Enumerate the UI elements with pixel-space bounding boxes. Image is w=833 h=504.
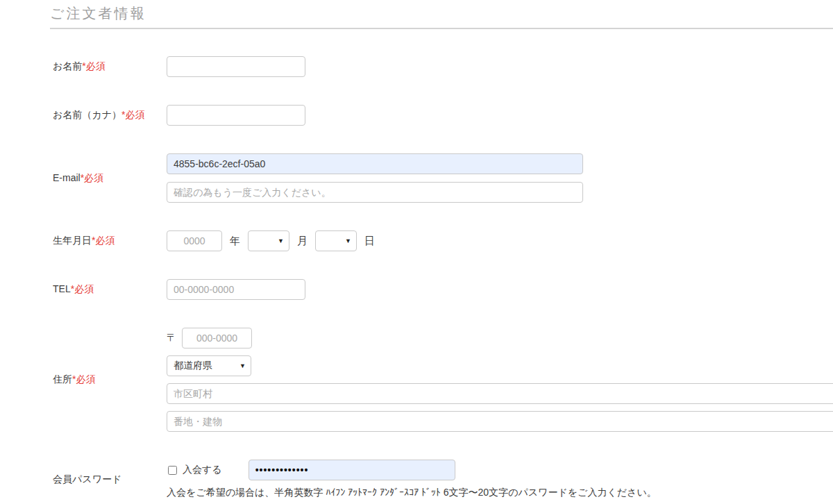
password-help-text: 入会をご希望の場合は、半角英数字 ﾊｲﾌﾝ ｱｯﾄﾏｰｸ ｱﾝﾀﾞｰｽｺｱ ﾄﾞ… [167, 487, 657, 499]
prefecture-select[interactable]: 都道府県 ▼ [167, 355, 251, 376]
postal-code-input[interactable] [182, 328, 252, 348]
kana-row: お名前（カナ）*必須 [50, 105, 833, 126]
email-confirm-input[interactable] [167, 182, 583, 203]
email-row: E-mail*必須 [50, 153, 833, 203]
kana-label-text: お名前（カナ） [53, 109, 121, 120]
chevron-down-icon: ▼ [239, 362, 246, 369]
tel-label: TEL*必須 [50, 283, 167, 296]
tel-row: TEL*必須 [50, 279, 833, 300]
tel-required-badge: *必須 [71, 283, 94, 294]
birth-month-select[interactable]: ▼ [248, 230, 289, 251]
member-password-row: 会員パスワード 入会する 入会をご希望の場合は、半角英数字 ﾊｲﾌﾝ ｱｯﾄﾏｰ… [50, 460, 833, 499]
email-input[interactable] [167, 153, 583, 174]
orderer-info-section: ご注文者情報 お名前*必須 お名前（カナ）*必須 E-mail*必須 [0, 0, 833, 499]
birth-day-select[interactable]: ▼ [315, 230, 357, 251]
building-line [167, 411, 833, 432]
address-fields: 〒 都道府県 ▼ [167, 328, 833, 432]
chevron-down-icon: ▼ [278, 237, 284, 244]
address-label-text: 住所 [53, 373, 72, 385]
join-checkbox[interactable] [168, 466, 177, 475]
member-password-input[interactable] [249, 460, 455, 480]
address-row: 住所*必須 〒 都道府県 ▼ [50, 328, 833, 432]
tel-input[interactable] [167, 279, 305, 300]
city-input[interactable] [167, 383, 833, 404]
postal-mark: 〒 [167, 332, 176, 344]
name-required-badge: *必須 [82, 60, 105, 72]
year-unit-label: 年 [230, 235, 240, 248]
birthday-row: 生年月日*必須 年 ▼ 月 ▼ 日 [50, 230, 833, 251]
join-checkbox-label: 入会する [183, 464, 222, 476]
birthday-label-text: 生年月日 [53, 235, 92, 246]
name-row: お名前*必須 [50, 56, 833, 77]
address-label: 住所*必須 [50, 373, 167, 386]
chevron-down-icon: ▼ [345, 237, 351, 244]
building-input[interactable] [167, 411, 833, 432]
prefecture-line: 都道府県 ▼ [167, 355, 833, 376]
orderer-form: お名前*必須 お名前（カナ）*必須 E-mail*必須 生年月日*必須 [50, 29, 833, 499]
kana-required-badge: *必須 [121, 109, 144, 120]
city-line [167, 383, 833, 404]
join-line: 入会する [167, 460, 657, 480]
email-inputs [167, 153, 583, 203]
member-password-label: 会員パスワード [50, 473, 167, 486]
kana-input[interactable] [167, 105, 305, 126]
birthday-fields: 年 ▼ 月 ▼ 日 [167, 230, 375, 251]
email-label-text: E-mail [53, 172, 81, 183]
name-label-text: お名前 [53, 60, 82, 72]
name-input[interactable] [167, 56, 305, 77]
tel-label-text: TEL [53, 283, 71, 294]
member-password-fields: 入会する 入会をご希望の場合は、半角英数字 ﾊｲﾌﾝ ｱｯﾄﾏｰｸ ｱﾝﾀﾞｰｽ… [167, 460, 657, 499]
birthday-label: 生年月日*必須 [50, 235, 167, 247]
email-label: E-mail*必須 [50, 172, 167, 185]
page-title: ご注文者情報 [50, 4, 833, 29]
name-label: お名前*必須 [50, 60, 167, 73]
birthday-required-badge: *必須 [92, 235, 115, 246]
member-password-label-text: 会員パスワード [53, 473, 121, 485]
birth-year-input[interactable] [167, 230, 222, 251]
postal-code-line: 〒 [167, 328, 833, 348]
address-required-badge: *必須 [72, 373, 95, 385]
email-required-badge: *必須 [81, 172, 103, 183]
prefecture-selected-value: 都道府県 [174, 360, 212, 372]
day-unit-label: 日 [364, 235, 375, 248]
kana-label: お名前（カナ）*必須 [50, 109, 167, 121]
month-unit-label: 月 [297, 235, 308, 248]
